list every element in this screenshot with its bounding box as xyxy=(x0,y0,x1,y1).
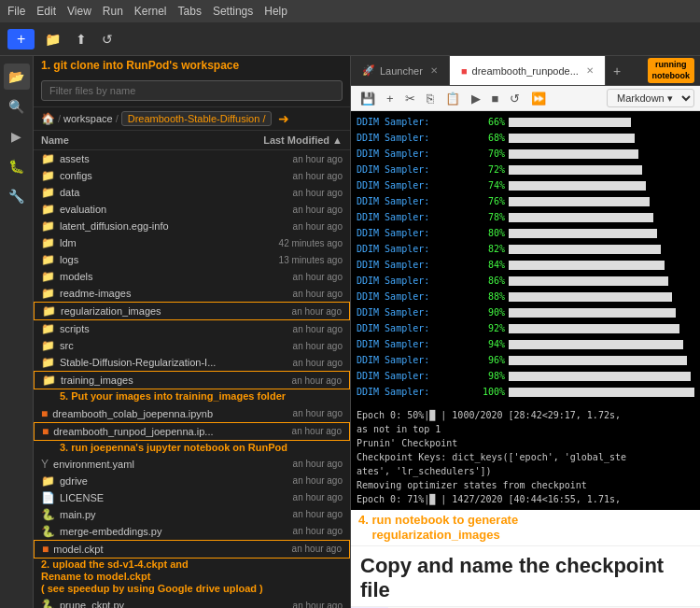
menu-view[interactable]: View xyxy=(67,5,91,18)
nb-copy-btn[interactable]: ⎘ xyxy=(423,90,438,107)
menu-edit[interactable]: Edit xyxy=(36,5,56,18)
menu-bar: File Edit View Run Kernel Tabs Settings … xyxy=(0,0,700,22)
menu-tabs[interactable]: Tabs xyxy=(178,5,202,18)
file-item[interactable]: Y environment.yaml an hour ago xyxy=(34,456,350,473)
sidebar-icons: 📂 🔍 ▶ 🐛 🔧 xyxy=(0,56,34,608)
kernel-select[interactable]: Markdown ▾ xyxy=(607,89,694,107)
nb-stop-btn[interactable]: ■ xyxy=(488,90,503,107)
nb-cut-btn[interactable]: ✂ xyxy=(401,90,419,107)
file-item[interactable]: 📁 src an hour ago xyxy=(34,337,350,354)
progress-bar-fill xyxy=(509,213,653,222)
launcher-icon: 🚀 xyxy=(362,64,375,77)
progress-bar-fill xyxy=(509,165,642,175)
file-item[interactable]: 📄 LICENSE an hour ago xyxy=(34,489,350,506)
progress-label: DDIM Sampler: xyxy=(357,321,469,336)
refresh-icon-btn[interactable]: ↺ xyxy=(97,30,118,49)
file-item[interactable]: 📁 readme-images an hour ago xyxy=(34,285,350,302)
file-item[interactable]: 📁 latent_diffusion.egg-info an hour ago xyxy=(34,218,350,234)
tab-launcher[interactable]: 🚀 Launcher ✕ xyxy=(351,56,450,85)
tab-add-button[interactable]: + xyxy=(606,56,628,85)
nb-run-btn[interactable]: ▶ xyxy=(468,90,484,107)
file-item[interactable]: ■ dreambooth_colab_joepenna.ipynb an hou… xyxy=(34,405,350,422)
search-input[interactable] xyxy=(41,80,343,101)
new-button[interactable]: + xyxy=(7,29,35,49)
current-dir[interactable]: Dreambooth-Stable-Diffusion / xyxy=(121,111,273,126)
menu-settings[interactable]: Settings xyxy=(213,5,253,18)
progress-label: DDIM Sampler: xyxy=(357,226,469,241)
nb-add-btn[interactable]: + xyxy=(383,90,398,107)
menu-file[interactable]: File xyxy=(7,5,25,18)
sidebar-icon-extensions[interactable]: 🔧 xyxy=(4,183,30,209)
sidebar-icon-debug[interactable]: 🐛 xyxy=(4,153,30,179)
file-item[interactable]: 📁 scripts an hour ago xyxy=(34,320,350,337)
file-item[interactable]: 📁 ldm 42 minutes ago xyxy=(34,234,350,251)
file-item[interactable]: 📁 training_images an hour ago xyxy=(34,371,350,389)
menu-kernel[interactable]: Kernel xyxy=(134,5,167,18)
folder-icon-btn[interactable]: 📁 xyxy=(40,30,65,49)
toolbar: + 📁 ⬆ ↺ xyxy=(0,22,700,56)
home-icon[interactable]: 🏠 xyxy=(41,112,55,125)
file-time: an hour ago xyxy=(293,526,343,536)
progress-bar xyxy=(509,276,694,286)
file-item[interactable]: 📁 data an hour ago xyxy=(34,184,350,201)
progress-bar xyxy=(509,197,694,206)
progress-row: DDIM Sampler: 98% xyxy=(357,369,694,384)
copy-heading: Copy and name the checkpoint file xyxy=(351,546,700,607)
notebook-toolbar: 💾 + ✂ ⎘ 📋 ▶ ■ ↺ ⏩ Markdown ▾ xyxy=(351,86,700,111)
folder-icon: 📁 xyxy=(41,356,55,369)
file-item-name-group: 📁 logs xyxy=(41,253,78,266)
notebook-icon: ■ xyxy=(41,407,48,420)
file-item-name-group: 📁 latent_diffusion.egg-info xyxy=(41,219,169,233)
folder-icon: 📁 xyxy=(41,219,55,233)
breadcrumb-sep1: / xyxy=(58,113,61,124)
file-item[interactable]: 📁 logs 13 minutes ago xyxy=(34,251,350,268)
file-item[interactable]: 🐍 prune_ckpt.py an hour ago xyxy=(34,597,350,608)
file-item[interactable]: 📁 Stable-Diffusion-Regularization-I... a… xyxy=(34,354,350,371)
file-item[interactable]: 📁 regularization_images an hour ago xyxy=(34,302,350,320)
file-item[interactable]: ■ model.ckpt an hour ago xyxy=(34,540,350,559)
file-item[interactable]: ■ dreambooth_runpod_joepenna.ip... an ho… xyxy=(34,422,350,441)
yaml-icon: Y xyxy=(41,458,49,471)
menu-help[interactable]: Help xyxy=(264,5,287,18)
progress-bar xyxy=(509,245,694,254)
progress-bar-fill xyxy=(509,372,691,381)
nb-restart-btn[interactable]: ↺ xyxy=(506,90,524,107)
notebook-content: DDIM Sampler: 66% DDIM Sampler: 68% DDIM… xyxy=(351,111,700,608)
file-name: environment.yaml xyxy=(53,459,134,470)
main-content: 📂 🔍 ▶ 🐛 🔧 1. git clone into RunPod's wor… xyxy=(0,56,700,608)
menu-run[interactable]: Run xyxy=(103,5,123,18)
tab-dreambooth[interactable]: ■ dreambooth_runpode... ✕ xyxy=(450,56,606,85)
file-item[interactable]: 🐍 main.py an hour ago xyxy=(34,506,350,523)
nb-fast-forward-btn[interactable]: ⏩ xyxy=(527,90,550,107)
progress-row: DDIM Sampler: 94% xyxy=(357,337,694,352)
progress-pct: 66% xyxy=(472,115,505,130)
sort-arrow-icon: ▲ xyxy=(332,134,343,146)
tab-close-launcher[interactable]: ✕ xyxy=(430,65,438,76)
progress-row: DDIM Sampler: 92% xyxy=(357,321,694,336)
progress-pct: 78% xyxy=(472,210,505,225)
file-item[interactable]: 🐍 merge-embeddings.py an hour ago xyxy=(34,523,350,540)
file-time: an hour ago xyxy=(293,509,343,519)
file-item[interactable]: 📁 models an hour ago xyxy=(34,268,350,285)
file-name: LICENSE xyxy=(60,492,104,503)
sidebar-icon-files[interactable]: 📂 xyxy=(4,64,30,90)
file-name: data xyxy=(60,187,79,198)
file-item[interactable]: 📁 assets an hour ago xyxy=(34,150,350,167)
tab-close-dreambooth[interactable]: ✕ xyxy=(586,65,594,76)
nb-save-btn[interactable]: 💾 xyxy=(357,90,379,107)
sidebar-icon-run[interactable]: ▶ xyxy=(4,123,30,149)
nb-paste-btn[interactable]: 📋 xyxy=(441,90,464,107)
progress-label: DDIM Sampler: xyxy=(357,305,469,320)
sidebar-icon-search[interactable]: 🔍 xyxy=(4,93,30,120)
upload-icon-btn[interactable]: ⬆ xyxy=(71,30,91,49)
progress-bar-fill xyxy=(509,261,665,270)
file-item[interactable]: 📁 evaluation an hour ago xyxy=(34,201,350,218)
arrow-right-icon: ➜ xyxy=(278,111,289,126)
progress-label: DDIM Sampler: xyxy=(357,131,469,146)
file-item[interactable]: 📁 gdrive an hour ago xyxy=(34,473,350,489)
progress-pct: 82% xyxy=(472,242,505,257)
notebook-panel: 🚀 Launcher ✕ ■ dreambooth_runpode... ✕ +… xyxy=(351,56,700,608)
file-time: an hour ago xyxy=(293,358,343,368)
file-item[interactable]: 📁 configs an hour ago xyxy=(34,167,350,184)
folder-icon: 📁 xyxy=(41,186,55,199)
